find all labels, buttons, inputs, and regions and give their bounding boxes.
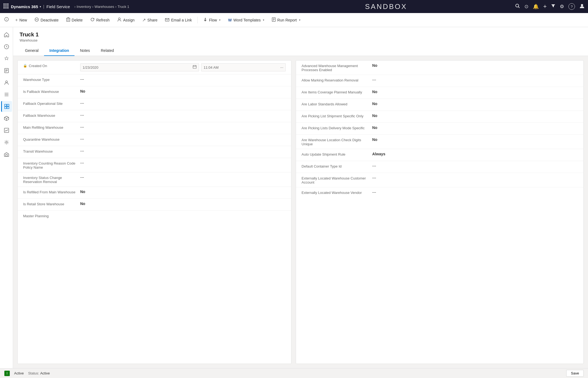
svg-text:i: i	[6, 18, 7, 21]
svg-rect-8	[7, 7, 8, 8]
delete-button[interactable]: Delete	[63, 16, 86, 24]
nav-module[interactable]: Field Service	[46, 4, 70, 9]
help-icon[interactable]: ?	[568, 3, 575, 10]
sidebar-item-warehouse[interactable]	[1, 149, 12, 160]
breadcrumb-truck1[interactable]: Truck 1	[117, 5, 129, 9]
side-navigation	[0, 27, 13, 368]
filter-icon[interactable]	[551, 4, 555, 10]
svg-point-11	[581, 4, 583, 6]
field-row-warehouse-type: Warehouse Type ---	[18, 74, 291, 86]
fallback-warehouse-value: ---	[80, 113, 286, 117]
externally-customer-value: ---	[372, 176, 578, 180]
save-button[interactable]: Save	[566, 370, 584, 377]
word-icon: W	[228, 18, 232, 22]
svg-rect-5	[7, 5, 8, 7]
sidebar-item-settings[interactable]	[1, 137, 12, 148]
calendar-icon[interactable]	[193, 65, 197, 70]
user-icon[interactable]	[579, 3, 585, 10]
allow-marking-value: ---	[372, 78, 578, 82]
is-retail-value: No	[80, 201, 286, 206]
share-icon: ↗	[142, 17, 146, 23]
tab-notes[interactable]: Notes	[74, 46, 95, 56]
sidebar-item-pinned[interactable]	[1, 53, 12, 64]
refresh-label: Refresh	[96, 18, 110, 22]
app-grid-icon[interactable]: ​	[3, 3, 9, 10]
field-row-inventory-status: Inventory Status Change Reservation Remo…	[18, 172, 291, 187]
status-indicator: I	[4, 371, 10, 376]
svg-point-42	[6, 141, 7, 143]
is-refilled-label: Is Refilled From Main Warehouse	[23, 190, 80, 194]
assign-button[interactable]: Assign	[114, 16, 138, 24]
sidebar-item-notes[interactable]	[1, 65, 12, 76]
run-report-label: Run Report	[277, 18, 297, 22]
sidebar-item-grid[interactable]	[1, 101, 12, 112]
externally-customer-label: Externally Located Warehouse Customer Ac…	[301, 176, 372, 184]
sidebar-item-list[interactable]	[1, 89, 12, 100]
email-button[interactable]: Email a Link	[162, 16, 195, 24]
inventory-status-value: ---	[80, 175, 286, 179]
tab-integration[interactable]: Integration	[44, 46, 74, 56]
advanced-wm-value: No	[372, 63, 578, 68]
items-coverage-label: Are Items Coverage Planned Manually	[301, 90, 372, 94]
breadcrumb-warehouses[interactable]: Warehouses	[95, 5, 114, 9]
nav-brand[interactable]: Dynamics 365 ▾	[11, 4, 41, 9]
fallback-op-site-value: ---	[80, 101, 286, 105]
sidebar-item-recent[interactable]	[1, 41, 12, 52]
target-icon[interactable]: ⊙	[524, 4, 528, 10]
settings-icon[interactable]: ⚙	[560, 4, 564, 10]
new-label: New	[19, 18, 27, 22]
created-on-value: 1/23/2020	[80, 63, 286, 71]
sidebar-item-contacts[interactable]	[1, 77, 12, 88]
status-value: Active	[40, 371, 50, 375]
field-row-created-on: 🔒 Created On 1/23/2020	[18, 61, 291, 74]
run-report-button[interactable]: Run Report ▾	[269, 16, 304, 24]
flow-button[interactable]: Flow ▾	[200, 16, 224, 24]
sidebar-item-home[interactable]	[1, 29, 12, 40]
flow-icon	[203, 17, 207, 23]
svg-rect-16	[67, 18, 70, 21]
svg-point-30	[5, 81, 7, 83]
email-label: Email a Link	[171, 18, 192, 22]
breadcrumb-inventory[interactable]: Inventory	[77, 5, 91, 9]
inventory-counting-label: Inventory Counting Reason Code Policy Na…	[23, 161, 80, 169]
svg-rect-34	[5, 104, 7, 106]
sidebar-item-cube[interactable]	[1, 113, 12, 124]
search-icon[interactable]	[515, 4, 520, 10]
labor-standards-value: No	[372, 102, 578, 106]
fallback-op-site-label: Fallback Operational Site	[23, 101, 80, 106]
sidebar-item-reports[interactable]	[1, 125, 12, 136]
brand-name: Dynamics 365	[11, 4, 38, 9]
tab-general[interactable]: General	[20, 46, 44, 56]
tab-related[interactable]: Related	[95, 46, 119, 56]
field-row-main-refilling: Main Refilling Warehouse ---	[18, 122, 291, 134]
breadcrumb-sep2: ›	[92, 5, 93, 9]
record-header: Truck 1 Warehouse General Integration No…	[13, 27, 588, 56]
field-row-fallback-op-site: Fallback Operational Site ---	[18, 98, 291, 110]
is-fallback-value: No	[80, 89, 286, 93]
plus-icon[interactable]: +	[543, 3, 547, 10]
delete-label: Delete	[72, 18, 83, 22]
time-input[interactable]: 11:04 AM ···	[201, 63, 286, 71]
more-icon[interactable]: ···	[280, 65, 284, 70]
field-row-picking-lists-delivery: Are Picking Lists Delivery Mode Specific…	[296, 123, 583, 135]
date-input[interactable]: 1/23/2020	[80, 63, 199, 71]
bell-icon[interactable]: 🔔	[533, 4, 539, 10]
share-button[interactable]: ↗ Share	[139, 16, 161, 24]
labor-standards-label: Are Labor Standards Allowed	[301, 102, 372, 106]
breadcrumb-sep3: ›	[115, 5, 116, 9]
field-row-advanced-wm: Advanced Warehouse Management Processes …	[296, 61, 583, 75]
report-chevron: ▾	[299, 18, 300, 21]
deactivate-button[interactable]: Deactivate	[31, 16, 62, 24]
svg-rect-1	[5, 4, 7, 5]
quarantine-value: ---	[80, 137, 286, 141]
share-label: Share	[147, 18, 157, 22]
new-button[interactable]: + New	[12, 16, 30, 24]
field-row-quarantine: Quarantine Warehouse ---	[18, 134, 291, 146]
refresh-button[interactable]: Refresh	[87, 16, 113, 24]
svg-point-9	[516, 4, 519, 7]
externally-vendor-value: ---	[372, 190, 578, 194]
svg-point-19	[119, 18, 120, 20]
command-bar: i + New Deactivate Delete	[0, 13, 588, 27]
default-container-value: ---	[372, 164, 578, 168]
word-templates-button[interactable]: W Word Templates ▾	[225, 16, 267, 24]
